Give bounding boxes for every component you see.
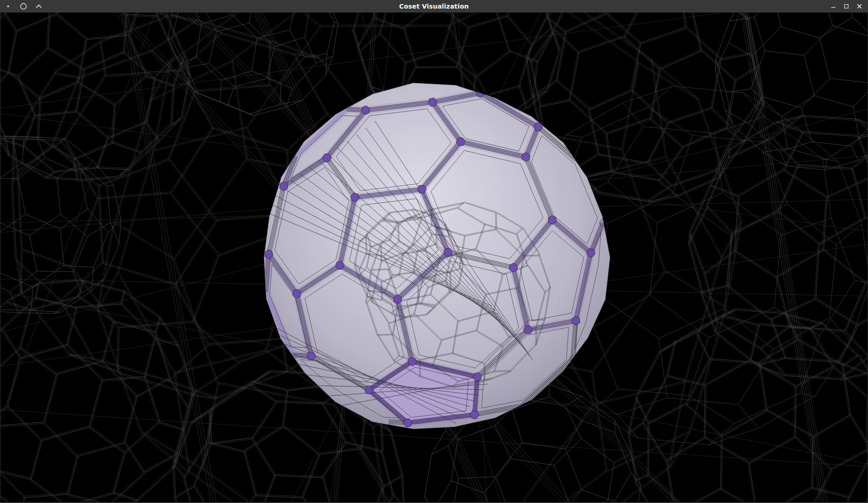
chevron-up-button[interactable] [33,1,44,12]
maximize-icon [843,3,850,10]
window-title: Coset Visualization [0,0,868,13]
dot-indicator-icon [3,1,14,12]
titlebar-left-controls [0,0,44,12]
app-window: Coset Visualization [0,0,868,503]
close-button[interactable] [854,1,865,12]
3d-visualization-canvas[interactable] [0,13,868,502]
close-icon [856,3,863,10]
titlebar-right-controls [828,0,868,12]
circle-button[interactable] [18,1,29,12]
minimize-button[interactable] [828,1,839,12]
viewport [0,13,868,503]
maximize-button[interactable] [841,1,852,12]
minimize-icon [830,3,837,10]
titlebar: Coset Visualization [0,0,868,13]
circle-button-icon [19,2,28,10]
coset-ball [244,83,610,429]
chevron-up-icon [35,2,43,10]
